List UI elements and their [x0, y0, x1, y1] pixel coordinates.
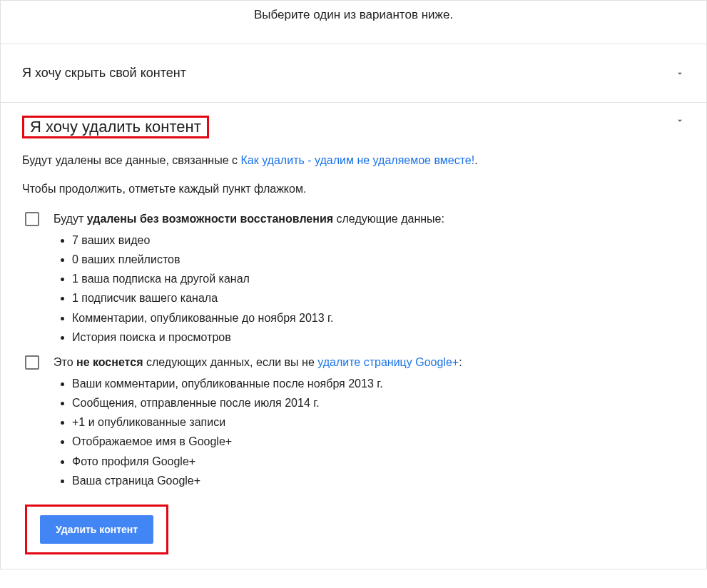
- accordion-title-delete: Я хочу удалить контент: [24, 116, 207, 138]
- chevron-down-icon: [675, 116, 685, 126]
- list-item: 0 ваших плейлистов: [72, 250, 685, 269]
- accordion-hide-content: Я хочу скрыть свой контент: [1, 44, 706, 102]
- cb2-bold: не коснется: [76, 356, 143, 368]
- list-item: 1 ваша подписка на другой канал: [72, 269, 685, 288]
- button-container: Удалить контент: [25, 505, 685, 554]
- main-container: Выберите один из вариантов ниже. Я хочу …: [0, 0, 707, 569]
- description-line-1: Будут удалены все данные, связанные с Ка…: [22, 153, 685, 168]
- accordion-header-delete[interactable]: Я хочу удалить контент: [1, 103, 706, 153]
- highlight-box-button: Удалить контент: [25, 505, 168, 554]
- accordion-delete-content: Я хочу удалить контент Будут удалены все…: [1, 102, 706, 569]
- list-item: +1 и опубликованные записи: [72, 412, 685, 432]
- list-item: Сообщения, отправленные после июля 2014 …: [72, 393, 685, 412]
- chevron-down-icon: [675, 69, 685, 78]
- cb1-prefix: Будут: [54, 213, 87, 225]
- highlight-box-title: Я хочу удалить контент: [22, 116, 209, 138]
- desc-prefix: Будут удалены все данные, связанные с: [22, 154, 240, 166]
- checkbox-2[interactable]: [25, 355, 39, 370]
- list-item: Отображаемое имя в Google+: [72, 432, 685, 451]
- cb2-suffix1: следующих данных, если вы не: [143, 356, 317, 368]
- desc-suffix: .: [474, 154, 477, 166]
- top-instruction: Выберите один из вариантов ниже.: [1, 1, 706, 44]
- google-plus-link[interactable]: удалите страницу Google+: [317, 356, 459, 368]
- cb1-suffix: следующие данные:: [333, 213, 444, 225]
- checkbox-row-1: Будут удалены без возможности восстановл…: [22, 211, 685, 228]
- checkbox-2-label: Это не коснется следующих данных, если в…: [54, 354, 462, 371]
- accordion-body-delete: Будут удалены все данные, связанные с Ка…: [1, 153, 706, 569]
- list-item: 1 подписчик вашего канала: [72, 288, 685, 308]
- continue-instruction: Чтобы продолжить, отметьте каждый пункт …: [22, 181, 685, 197]
- list-item: Ваши комментарии, опубликованные после н…: [72, 374, 685, 393]
- list-item: Ваша страница Google+: [72, 471, 685, 490]
- checkbox-1-label: Будут удалены без возможности восстановл…: [54, 211, 444, 228]
- accordion-header-hide[interactable]: Я хочу скрыть свой контент: [1, 44, 706, 102]
- bullet-list-1: 7 ваших видео 0 ваших плейлистов 1 ваша …: [22, 230, 685, 347]
- accordion-title-hide: Я хочу скрыть свой контент: [22, 66, 186, 81]
- checkbox-1[interactable]: [25, 212, 39, 226]
- bullet-list-2: Ваши комментарии, опубликованные после н…: [22, 374, 685, 490]
- cb2-prefix: Это: [54, 356, 76, 368]
- list-item: История поиска и просмотров: [72, 328, 685, 347]
- cb1-bold: удалены без возможности восстановления: [87, 213, 333, 225]
- list-item: Комментарии, опубликованные до ноября 20…: [72, 308, 685, 328]
- channel-name-link[interactable]: Как удалить - удалим не удаляемое вместе…: [240, 154, 474, 166]
- cb2-suffix2: :: [459, 356, 462, 368]
- list-item: 7 ваших видео: [72, 230, 685, 250]
- delete-content-button[interactable]: Удалить контент: [40, 515, 153, 544]
- list-item: Фото профиля Google+: [72, 452, 685, 471]
- checkbox-row-2: Это не коснется следующих данных, если в…: [22, 354, 685, 371]
